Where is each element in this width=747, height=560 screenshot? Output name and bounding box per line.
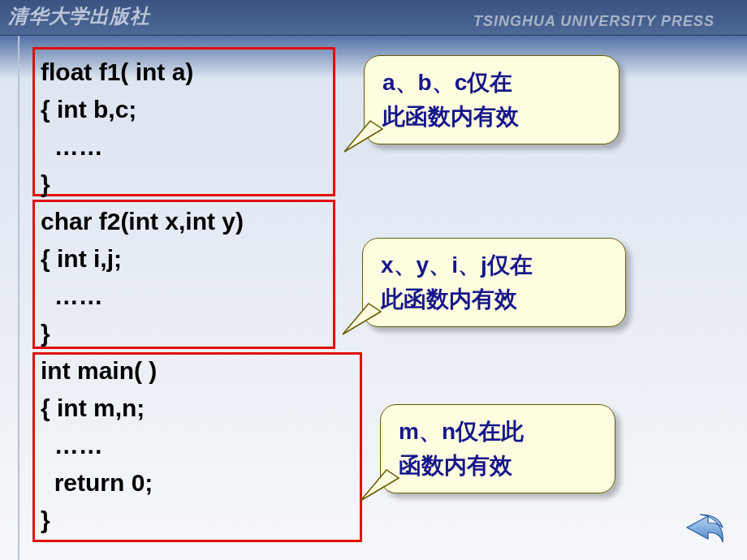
callout-line: a、b、c仅在 xyxy=(382,66,601,100)
callout-line: x、y、i、j仅在 xyxy=(381,248,607,282)
code-line: …… xyxy=(41,282,103,309)
code-line: float f1( int a) xyxy=(41,58,193,85)
code-line: return 0; xyxy=(41,469,153,496)
code-line: { int m,n; xyxy=(41,394,145,421)
code-line: …… xyxy=(41,133,103,160)
callout-line: m、n仅在此 xyxy=(399,415,597,449)
callout-tail-icon xyxy=(336,295,385,336)
publisher-en: TSINGHUA UNIVERSITY PRESS xyxy=(473,13,715,30)
callout-line: 此函数内有效 xyxy=(381,282,607,317)
code-line: …… xyxy=(41,432,103,459)
callout-line: 函数内有效 xyxy=(399,449,597,483)
code-line: { int b,c; xyxy=(41,96,136,123)
code-line: { int i,j; xyxy=(41,245,122,272)
callout-tail-icon xyxy=(354,462,403,502)
callout-tail-icon xyxy=(338,113,386,153)
callout-f2: x、y、i、j仅在 此函数内有效 xyxy=(362,238,626,327)
code-line: } xyxy=(41,320,50,347)
title-bar: 清华大学出版社 TSINGHUA UNIVERSITY PRESS xyxy=(0,0,747,36)
back-arrow-icon[interactable] xyxy=(684,510,728,545)
callout-line: 此函数内有效 xyxy=(382,100,601,134)
callout-main: m、n仅在此 函数内有效 xyxy=(380,404,615,493)
slide-content: float f1( int a) { int b,c; …… } char f2… xyxy=(31,47,729,550)
side-divider xyxy=(18,36,19,560)
callout-f1: a、b、c仅在 此函数内有效 xyxy=(364,55,620,144)
publisher-cn: 清华大学出版社 xyxy=(8,3,150,29)
code-line: } xyxy=(41,170,50,197)
code-line: char f2(int x,int y) xyxy=(41,208,244,235)
code-line: int main( ) xyxy=(41,357,157,384)
code-line: } xyxy=(41,506,50,533)
code-block: float f1( int a) { int b,c; …… } char f2… xyxy=(41,54,244,539)
